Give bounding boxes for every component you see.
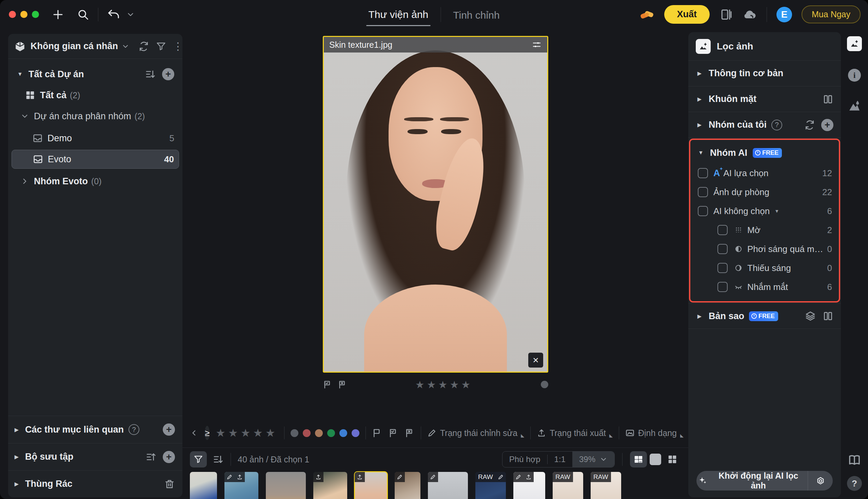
restart-ai-filter-button[interactable]: Khởi động lại AI lọc ảnh (697, 471, 808, 490)
triangle-right-icon[interactable]: ▶ (696, 70, 703, 76)
rail-adjust-tab[interactable] (848, 99, 861, 113)
section-basic-info[interactable]: ▶ Thông tin cơ bản (688, 61, 841, 86)
close-window-button[interactable] (9, 11, 16, 18)
triangle-right-icon[interactable]: ▶ (13, 454, 20, 460)
triangle-right-icon[interactable]: ▶ (13, 481, 20, 487)
triangle-down-icon[interactable]: ▼ (16, 71, 24, 77)
user-avatar[interactable]: E (776, 7, 792, 22)
triangle-down-icon[interactable]: ▼ (697, 150, 704, 156)
collapse-left-icon[interactable] (190, 428, 199, 437)
sidebar-item-trash[interactable]: ▶ Thùng Rác (8, 470, 182, 497)
sidebar-item-demo[interactable]: Demo 5 (12, 129, 179, 148)
sidebar-item-nhom-evoto[interactable]: Nhóm Evoto (0) (12, 171, 179, 192)
view-loupe-button[interactable] (630, 451, 647, 467)
help-button[interactable]: ? (847, 476, 862, 491)
add-related-folder-button[interactable]: + (163, 424, 175, 436)
triangle-right-icon[interactable]: ▶ (13, 426, 20, 433)
split-view-icon[interactable] (823, 311, 833, 321)
trash-icon[interactable] (164, 479, 175, 489)
color-dot-purple[interactable] (352, 429, 359, 437)
triangle-right-icon[interactable]: ▶ (696, 313, 703, 319)
section-faces[interactable]: ▶ Khuôn mặt (688, 86, 841, 112)
filmstrip-sort-icon[interactable] (213, 454, 224, 465)
workspace-name[interactable]: Không gian cá nhân (31, 41, 118, 51)
help-circle-icon[interactable]: ? (771, 120, 782, 131)
zoom-window-button[interactable] (32, 11, 39, 18)
ai-filter-backup[interactable]: Ảnh dự phòng 22 (690, 183, 839, 202)
sidebar-item-all[interactable]: Tất cả (2) (12, 85, 179, 106)
triangle-right-icon[interactable]: ▶ (696, 96, 703, 102)
checkbox[interactable] (717, 282, 728, 292)
ai-filter-closed-eyes[interactable]: Nhắm mắt 6 (690, 278, 839, 296)
color-dot-gray[interactable] (290, 429, 298, 437)
filter-funnel-icon[interactable] (156, 41, 166, 51)
undo-icon[interactable] (107, 8, 120, 21)
thumbnail[interactable]: RAW (553, 472, 583, 499)
star-filter[interactable]: ★★★★★ (216, 426, 278, 439)
add-group-button[interactable]: + (821, 119, 833, 131)
sidebar-item-evoto[interactable]: Evoto 40 (12, 150, 179, 169)
thumbnail[interactable]: RAW 1/1 5★ (475, 472, 506, 499)
minimize-window-button[interactable] (20, 11, 27, 18)
thumbnail-selected[interactable]: 1/1 (355, 472, 387, 499)
adjustments-icon[interactable] (532, 40, 542, 50)
flag-plain-icon[interactable] (372, 428, 382, 438)
color-dot-red[interactable] (303, 429, 311, 437)
filmstrip-filter-button[interactable] (190, 451, 207, 467)
export-status-dropdown[interactable]: Trạng thái xuất ◣ (537, 428, 613, 438)
ai-filter-overexposed[interactable]: Phơi sáng quá m… 0 (690, 240, 839, 258)
ai-filter-underexposed[interactable]: Thiếu sáng 0 (690, 258, 839, 278)
close-preview-button[interactable]: × (528, 353, 543, 367)
add-icon[interactable] (52, 9, 64, 21)
export-button[interactable]: Xuất (664, 5, 710, 24)
undo-history-chevron-icon[interactable] (126, 10, 135, 19)
layers-icon[interactable] (805, 311, 816, 321)
handshake-icon[interactable] (639, 7, 655, 22)
thumbnail[interactable]: 1/1 (266, 472, 306, 499)
fit-button[interactable]: Phù hợp (502, 452, 547, 467)
thumbnail[interactable]: 1/1 (428, 472, 468, 499)
buy-now-button[interactable]: Mua Ngay (801, 5, 860, 23)
checkbox[interactable] (717, 263, 728, 273)
preview-star-rating[interactable]: ★★★★★ (415, 379, 473, 391)
color-dot-green[interactable] (327, 429, 335, 437)
tab-retouch[interactable]: Tinh chỉnh (451, 3, 501, 26)
chevron-down-icon[interactable] (20, 112, 29, 121)
color-label-dot[interactable] (541, 381, 548, 388)
export-panel-icon[interactable] (719, 8, 733, 21)
checkbox[interactable] (717, 225, 728, 235)
all-projects-section[interactable]: ▼ Tất cả Dự án + (12, 64, 179, 85)
help-circle-icon[interactable]: ? (129, 424, 139, 435)
checkbox[interactable] (717, 244, 728, 254)
tab-photo-library[interactable]: Thư viện ảnh (366, 3, 430, 26)
workspace-chevron-icon[interactable] (121, 42, 130, 50)
sidebar-item-collections[interactable]: ▶ Bộ sưu tập + (8, 443, 182, 470)
thumbnail[interactable]: 5★ (190, 472, 217, 499)
kebab-menu-icon[interactable]: ⋮ (173, 40, 183, 52)
flag-pick-icon[interactable] (388, 428, 399, 438)
sync-icon[interactable] (138, 41, 149, 52)
sidebar-item-related-folders[interactable]: ▶ Các thư mục liên quan ? + (8, 416, 182, 443)
chevron-right-icon[interactable] (20, 177, 29, 186)
rail-info-tab[interactable]: i (848, 69, 861, 82)
ai-filter-selected[interactable]: AAI lựa chọn 12 (690, 163, 839, 183)
add-project-button[interactable]: + (162, 68, 174, 80)
triangle-right-icon[interactable]: ▶ (696, 122, 703, 128)
checkbox[interactable] (698, 206, 708, 216)
refresh-groups-icon[interactable] (804, 120, 815, 131)
section-duplicates[interactable]: ▶ Bản sao FREE (688, 303, 841, 329)
view-single-button[interactable] (647, 451, 664, 467)
flag-reject-icon[interactable] (404, 428, 415, 438)
add-collection-button[interactable]: + (163, 451, 175, 463)
section-ai-groups[interactable]: ▼ Nhóm AI FREE (690, 142, 839, 163)
checkbox[interactable] (698, 187, 708, 197)
flag-pick-icon[interactable] (323, 380, 332, 389)
ai-filter-not-selected[interactable]: AI không chọn▼ 6 (690, 202, 839, 220)
rating-operator-toggle[interactable]: ≥ (205, 426, 210, 440)
thumbnail[interactable]: 1/1 5★ (313, 472, 347, 499)
edit-status-dropdown[interactable]: Trạng thái chỉnh sửa ◣ (427, 428, 524, 438)
ai-filter-settings-button[interactable] (808, 471, 833, 490)
ratio-button[interactable]: 1:1 (548, 452, 572, 467)
thumbnail[interactable]: 1/1 (395, 472, 420, 499)
color-dot-brown[interactable] (315, 429, 323, 437)
